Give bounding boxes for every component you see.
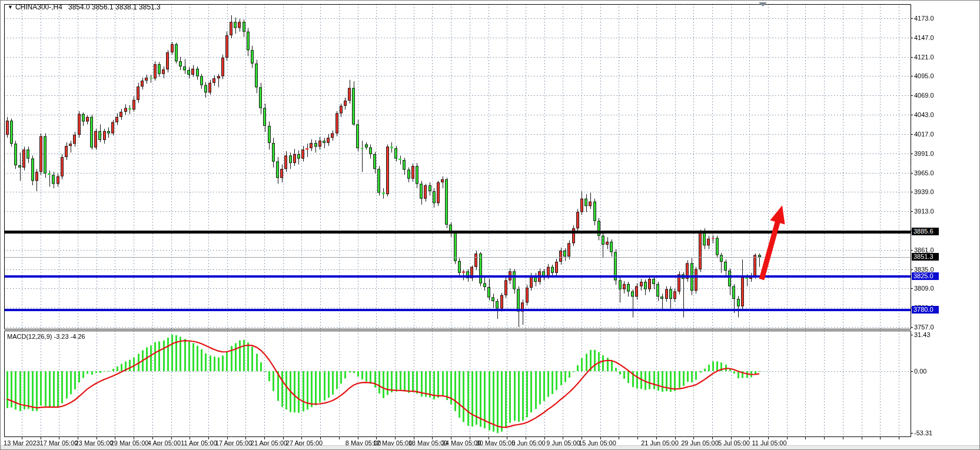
chart-symbol-title: ▼CHINA300-,H43854.0 3856.1 3838.1 3851.3 xyxy=(8,3,161,11)
macd-tick-label: -53.31 xyxy=(914,429,932,436)
price-tick-label: 4069.0 xyxy=(914,92,934,99)
ohlc-values: 3854.0 3856.1 3838.1 3851.3 xyxy=(68,3,161,11)
macd-current-values: -3.23 -4.26 xyxy=(54,333,85,340)
macd-tick-label: 31.43 xyxy=(914,331,931,338)
macd-tick-label: 0.00 xyxy=(914,368,926,375)
mt4-chart-window: ▼CHINA300-,H43854.0 3856.1 3838.1 3851.3… xyxy=(0,0,980,450)
price-tick-label: 4147.0 xyxy=(914,34,934,41)
price-tick-label: 3809.0 xyxy=(914,285,934,292)
price-tick-label: 3913.0 xyxy=(914,208,934,215)
price-line-badge: 3780.0 xyxy=(912,306,939,314)
price-line-badge: 3885.6 xyxy=(912,228,939,235)
symbol-timeframe-label: CHINA300-,H4 xyxy=(15,3,62,11)
price-line-badge: 3825.0 xyxy=(912,272,939,280)
price-tick-label: 4121.0 xyxy=(914,54,934,61)
price-tick-label: 3757.0 xyxy=(914,324,934,331)
price-tick-label: 4173.0 xyxy=(914,15,934,22)
price-tick-label: 3991.0 xyxy=(914,150,934,157)
window-bottom-edge xyxy=(1,445,979,449)
macd-indicator-label: MACD(12,26,9) -3.23 -4.26 xyxy=(7,333,85,340)
macd-name: MACD(12,26,9) xyxy=(7,333,52,340)
symbol-dropdown-icon[interactable]: ▼ xyxy=(8,4,13,10)
price-chart-canvas[interactable] xyxy=(1,1,979,449)
price-tick-label: 4017.0 xyxy=(914,131,934,138)
price-tick-label: 3861.0 xyxy=(914,246,934,254)
price-line-badge: 3851.3 xyxy=(912,253,939,261)
price-tick-label: 4095.0 xyxy=(914,72,934,79)
price-tick-label: 3835.0 xyxy=(914,266,934,273)
price-tick-label: 3939.0 xyxy=(914,188,934,195)
price-tick-label: 3965.0 xyxy=(914,169,934,176)
price-tick-label: 4043.0 xyxy=(914,111,934,118)
